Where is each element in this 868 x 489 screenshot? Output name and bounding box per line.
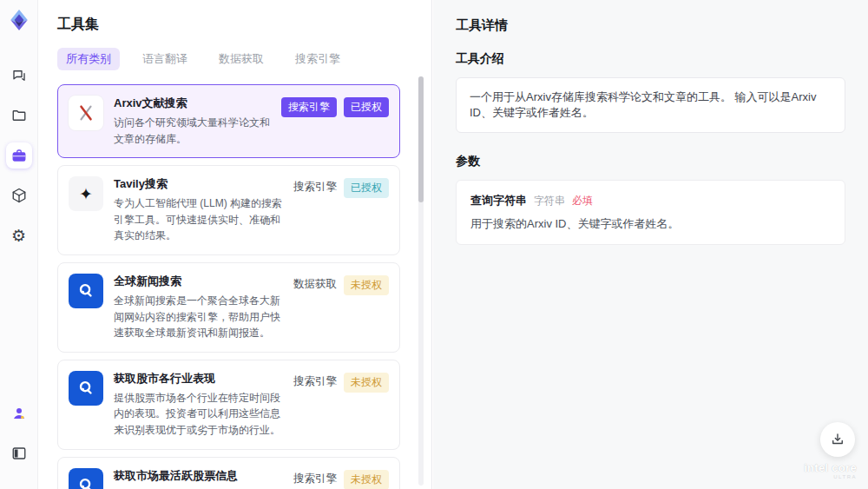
tool-name: 全球新闻搜索 — [114, 274, 283, 289]
category-tab[interactable]: 数据获取 — [210, 48, 273, 70]
tool-card[interactable]: ✦ Tavily搜索 专为人工智能代理 (LLM) 构建的搜索引擎工具。可快速提… — [57, 165, 400, 255]
app-logo — [8, 9, 30, 31]
scrollbar-thumb[interactable] — [418, 76, 424, 202]
auth-status-badge: 已授权 — [344, 97, 389, 117]
avatar-icon[interactable] — [6, 400, 32, 426]
detail-title: 工具详情 — [456, 17, 845, 34]
category-tab[interactable]: 语言翻译 — [134, 48, 196, 70]
param-description: 用于搜索的Arxiv ID、关键字或作者姓名。 — [470, 216, 831, 232]
search-logo-icon — [76, 281, 95, 301]
tool-detail-panel: 工具详情 工具介绍 一个用于从Arxiv存储库搜索科学论文和文章的工具。 输入可… — [433, 0, 868, 489]
category-badge: 搜索引擎 — [293, 178, 337, 195]
param-name: 查询字符串 — [470, 193, 527, 208]
category-badge: 搜索引擎 — [281, 97, 337, 117]
category-badge: 数据获取 — [293, 275, 337, 292]
search-logo-icon — [76, 476, 95, 489]
download-button[interactable] — [820, 422, 855, 457]
search-logo-icon — [76, 379, 95, 398]
param-type: 字符串 — [534, 194, 565, 208]
tool-card[interactable]: 全球新闻搜索 全球新闻搜索是一个聚合全球各大新闻网站内容的搜索引擎，帮助用户快速… — [57, 262, 400, 353]
intel-core-logo: intel core ULTRA — [804, 461, 857, 479]
tool-card[interactable]: Arxiv文献搜索 访问各个研究领域大量科学论文和文章的存储库。 搜索引擎 已授… — [57, 84, 400, 158]
tool-list-panel: 工具集 所有类别语言翻译数据获取搜索引擎 Arxiv文献搜索 访问各个研究领域大… — [38, 0, 432, 489]
list-scrollbar[interactable] — [418, 76, 424, 486]
briefcase-icon[interactable] — [6, 142, 32, 169]
arxiv-tile — [69, 96, 103, 130]
tool-name: Tavily搜索 — [114, 176, 283, 192]
tool-list: Arxiv文献搜索 访问各个研究领域大量科学论文和文章的存储库。 搜索引擎 已授… — [57, 84, 400, 489]
tool-name: 获取市场最活跃股票信息 — [114, 468, 283, 484]
chat-icon[interactable] — [6, 63, 32, 89]
blue-search-tile — [69, 371, 103, 406]
auth-status-badge: 未授权 — [344, 373, 389, 393]
intro-heading: 工具介绍 — [456, 51, 845, 67]
download-icon — [830, 432, 845, 447]
panel-toggle-icon[interactable] — [6, 440, 32, 466]
page-title: 工具集 — [57, 16, 400, 34]
star-tile: ✦ — [69, 176, 103, 211]
tool-card[interactable]: 获取股市各行业表现 提供股票市场各个行业在特定时间段内的表现。投资者可以利用这些… — [57, 360, 400, 450]
blue-search-tile — [69, 468, 103, 489]
auth-status-badge: 未授权 — [344, 275, 389, 295]
tool-description: 提供股票市场各个行业在特定时间段内的表现。投资者可以利用这些信息来识别表现优于或… — [114, 390, 283, 439]
arxiv-icon — [76, 103, 95, 122]
tool-name: 获取股市各行业表现 — [114, 371, 283, 387]
cube-icon[interactable] — [6, 182, 32, 208]
param-required-flag: 必填 — [572, 194, 593, 208]
blue-search-tile — [69, 274, 103, 308]
tool-name: Arxiv文献搜索 — [114, 96, 271, 111]
category-badge: 搜索引擎 — [293, 373, 337, 389]
tool-card[interactable]: 获取市场最活跃股票信息 提供当天交易量最高的股票列表。投资者可以利用这些信息来识… — [57, 457, 400, 489]
tool-description: 全球新闻搜索是一个聚合全球各大新闻网站内容的搜索引擎，帮助用户快速获取全球最新资… — [114, 293, 283, 341]
category-tabs: 所有类别语言翻译数据获取搜索引擎 — [57, 48, 400, 70]
sidebar: ⚙ — [0, 0, 38, 489]
tool-intro-text: 一个用于从Arxiv存储库搜索科学论文和文章的工具。 输入可以是Arxiv ID… — [456, 77, 845, 133]
tool-description: 访问各个研究领域大量科学论文和文章的存储库。 — [114, 115, 271, 147]
param-card: 查询字符串 字符串 必填 用于搜索的Arxiv ID、关键字或作者姓名。 — [456, 180, 845, 245]
gear-icon[interactable]: ⚙ — [6, 222, 32, 248]
param-list: 查询字符串 字符串 必填 用于搜索的Arxiv ID、关键字或作者姓名。 — [456, 180, 845, 245]
folder-icon[interactable] — [6, 102, 32, 129]
category-tab[interactable]: 所有类别 — [57, 48, 120, 70]
app-window: ⚙ 工具集 所有类别语言翻译数据获取搜索引擎 — [0, 0, 868, 489]
auth-status-badge: 未授权 — [344, 470, 389, 489]
auth-status-badge: 已授权 — [344, 178, 389, 198]
category-badge: 搜索引擎 — [293, 470, 337, 486]
params-heading: 参数 — [456, 154, 845, 169]
category-tab[interactable]: 搜索引擎 — [286, 48, 349, 70]
tavily-star-icon: ✦ — [79, 186, 93, 202]
tool-description: 专为人工智能代理 (LLM) 构建的搜索引擎工具。可快速提供实时、准确和真实的结… — [114, 195, 283, 244]
